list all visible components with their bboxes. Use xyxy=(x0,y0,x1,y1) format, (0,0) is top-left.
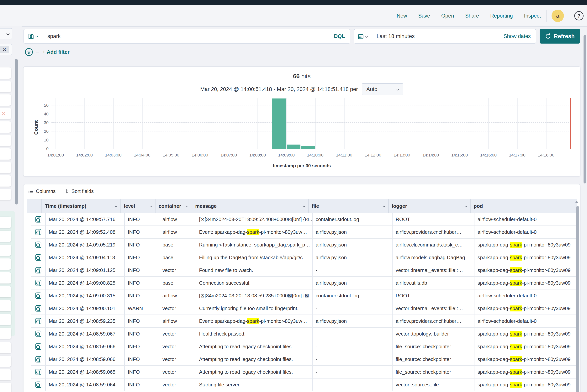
histogram-bar[interactable] xyxy=(301,146,315,149)
help-icon[interactable]: ? xyxy=(574,11,584,20)
table-row: Mar 20, 2024 @ 14:09:01.125INFOvectorFou… xyxy=(31,264,577,277)
table-row: Mar 20, 2024 @ 14:08:59.235INFOairflowEv… xyxy=(31,315,577,328)
filter-icon[interactable] xyxy=(25,48,33,56)
expand-document-button[interactable] xyxy=(31,340,46,353)
cell-logger: file_source::checkpointer xyxy=(392,353,474,366)
table-scrollbar[interactable] xyxy=(576,206,579,392)
interval-select[interactable]: Auto xyxy=(362,83,403,95)
field-pill[interactable] xyxy=(0,342,11,353)
table-scroll-up-arrow[interactable] xyxy=(575,201,578,203)
expand-document-button[interactable] xyxy=(31,366,46,378)
cell-message: Event: sparkapp-dag-spark-pi-monitor-80y… xyxy=(196,315,312,327)
expand-document-button[interactable] xyxy=(31,226,46,238)
column-header-file[interactable]: file xyxy=(309,199,389,213)
columns-button[interactable]: Columns xyxy=(28,188,56,194)
field-pill[interactable] xyxy=(0,231,11,242)
cell-time: Mar 20, 2024 @ 14:08:59.067 xyxy=(46,328,125,340)
search-input[interactable]: spark xyxy=(42,29,334,43)
nav-new[interactable]: New xyxy=(396,13,407,19)
field-pill[interactable] xyxy=(0,122,11,132)
page-scrollbar[interactable] xyxy=(584,35,586,184)
expand-document-button[interactable] xyxy=(31,290,46,302)
nav-inspect[interactable]: Inspect xyxy=(524,13,541,19)
column-header-message[interactable]: message xyxy=(192,199,309,213)
field-pill[interactable] xyxy=(0,148,11,160)
field-pill[interactable] xyxy=(0,81,11,92)
query-language-button[interactable]: DQL xyxy=(334,33,350,39)
column-header-container[interactable]: container xyxy=(156,199,192,213)
cell-logger: ROOT xyxy=(392,213,474,226)
table-row: Mar 20, 2024 @ 14:09:05.219INFObaseRunni… xyxy=(31,238,577,251)
refresh-label: Refresh xyxy=(554,33,575,40)
field-pill[interactable] xyxy=(0,356,11,367)
chevron-down-icon xyxy=(464,205,467,207)
field-pill[interactable] xyxy=(0,244,11,256)
sort-fields-button[interactable]: Sort fields xyxy=(64,188,94,194)
expand-document-button[interactable] xyxy=(31,238,46,251)
x-tick-label: 14:15:00 xyxy=(451,153,468,158)
field-pill[interactable] xyxy=(0,135,11,146)
column-header-icon[interactable] xyxy=(27,199,42,213)
show-dates-link[interactable]: Show dates xyxy=(504,33,536,39)
field-pill[interactable] xyxy=(0,300,11,311)
field-pill[interactable] xyxy=(0,217,11,228)
histogram-bar[interactable] xyxy=(287,144,300,149)
field-pill[interactable] xyxy=(0,369,11,380)
nav-save[interactable]: Save xyxy=(418,13,430,19)
field-pill[interactable] xyxy=(0,286,11,297)
expand-document-button[interactable] xyxy=(31,251,46,264)
x-tick-label: 14:17:00 xyxy=(509,153,526,158)
field-pill[interactable] xyxy=(0,328,11,339)
table-body: Mar 20, 2024 @ 14:09:57.716INFOairflow[⊠… xyxy=(27,213,577,392)
field-pill[interactable] xyxy=(0,314,11,325)
add-filter-button[interactable]: + Add filter xyxy=(42,49,70,55)
refresh-button[interactable]: Refresh xyxy=(540,29,580,44)
cell-logger: airflow.providers.cncf.kuber… xyxy=(392,315,474,327)
expand-document-button[interactable] xyxy=(31,378,46,391)
remove-field-icon[interactable]: × xyxy=(1,110,6,117)
field-pill[interactable] xyxy=(0,162,11,173)
nav-reporting[interactable]: Reporting xyxy=(490,13,513,19)
cell-time: Mar 20, 2024 @ 14:09:01.125 xyxy=(46,264,125,276)
histogram-plot[interactable]: 14:01:0014:02:0014:03:0014:04:0014:05:00… xyxy=(52,98,571,149)
cell-message: Healthcheck passed. xyxy=(196,328,312,340)
histogram-bar[interactable] xyxy=(272,98,286,149)
avatar[interactable]: a xyxy=(552,10,564,22)
sidebar-scrollbar[interactable] xyxy=(15,59,18,204)
saved-query-menu-button[interactable] xyxy=(24,29,42,43)
quick-select-menu-button[interactable] xyxy=(354,29,371,43)
cell-container: vector xyxy=(159,328,196,340)
expand-document-button[interactable] xyxy=(31,328,46,340)
x-tick-label: 14:03:00 xyxy=(105,153,122,158)
nav-share[interactable]: Share xyxy=(465,13,479,19)
field-pill[interactable]: × xyxy=(0,108,11,119)
field-pill[interactable] xyxy=(0,272,11,284)
field-pill[interactable] xyxy=(0,258,11,270)
sidebar-collapse-button[interactable] xyxy=(0,28,12,39)
field-pill[interactable] xyxy=(0,382,11,392)
inspect-document-icon xyxy=(34,356,42,363)
x-tick-label: 14:07:00 xyxy=(220,153,237,158)
field-pill[interactable] xyxy=(0,94,11,106)
expand-document-button[interactable] xyxy=(31,213,46,226)
column-header-pod[interactable]: pod xyxy=(470,199,577,213)
field-pill[interactable] xyxy=(0,189,11,200)
column-header-logger[interactable]: logger xyxy=(389,199,470,213)
x-tick-label: 14:16:00 xyxy=(480,153,496,158)
column-header-time-timestamp-[interactable]: Time (timestamp) xyxy=(42,199,121,213)
expand-document-button[interactable] xyxy=(31,315,46,327)
expand-document-button[interactable] xyxy=(31,264,46,276)
interval-value: Auto xyxy=(366,86,378,92)
cell-container: vector xyxy=(159,340,196,353)
cell-message: Attempting to read legacy checkpoint fil… xyxy=(196,353,312,366)
nav-open[interactable]: Open xyxy=(441,13,454,19)
field-pill[interactable] xyxy=(0,68,11,79)
time-range-label[interactable]: Last 18 minutes xyxy=(371,29,504,43)
expand-document-button[interactable] xyxy=(31,277,46,289)
cell-time: Mar 20, 2024 @ 14:09:00.825 xyxy=(46,277,125,289)
grid-line xyxy=(52,140,571,140)
expand-document-button[interactable] xyxy=(31,353,46,366)
field-pill[interactable] xyxy=(0,176,11,186)
expand-document-button[interactable] xyxy=(31,302,46,314)
column-header-level[interactable]: level xyxy=(121,199,156,213)
